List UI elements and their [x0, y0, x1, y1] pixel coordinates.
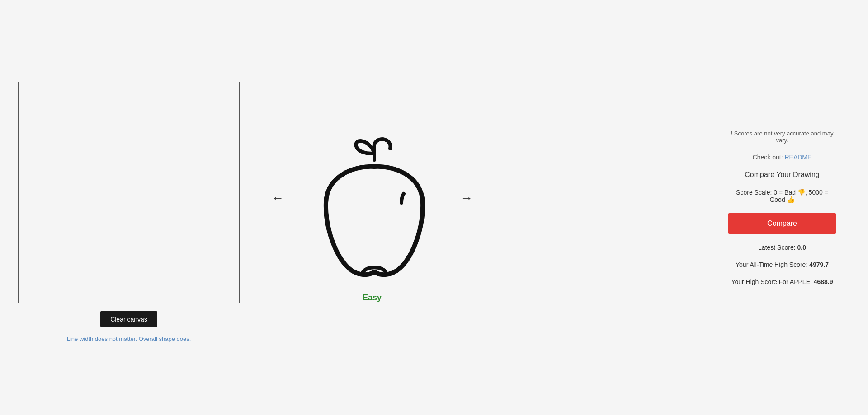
- latest-score-label: Latest Score:: [758, 244, 797, 251]
- alltime-score-value: 4979.7: [809, 261, 829, 268]
- alltime-score: Your All-Time High Score: 4979.7: [728, 261, 836, 268]
- readme-link[interactable]: README: [784, 154, 811, 161]
- score-scale-text: Score Scale: 0 = Bad 👎, 5000 = Good 👍: [728, 189, 836, 203]
- hint-text: Line width does not matter. Overall shap…: [67, 336, 191, 342]
- category-score-value: 4688.9: [814, 278, 833, 285]
- category-score: Your High Score For APPLE: 4688.9: [728, 278, 836, 285]
- right-panel: ! Scores are not very accurate and may v…: [714, 112, 850, 303]
- next-arrow-button[interactable]: →: [456, 187, 477, 210]
- apple-image: [302, 112, 442, 284]
- center-panel: ← → Easy: [267, 112, 477, 303]
- hint-text-part2: Overall shape does.: [139, 336, 191, 342]
- category-score-label: Your High Score For APPLE:: [731, 278, 813, 285]
- check-out-text: Check out:: [753, 154, 785, 161]
- latest-score: Latest Score: 0.0: [728, 244, 836, 251]
- latest-score-value: 0.0: [797, 244, 806, 251]
- drawing-canvas[interactable]: [18, 82, 240, 303]
- clear-canvas-button[interactable]: Clear canvas: [100, 311, 157, 327]
- accuracy-note: ! Scores are not very accurate and may v…: [728, 130, 836, 144]
- difficulty-label: Easy: [363, 293, 382, 303]
- compare-section-title: Compare Your Drawing: [728, 171, 836, 179]
- compare-button[interactable]: Compare: [728, 213, 836, 234]
- alltime-score-label: Your All-Time High Score:: [736, 261, 809, 268]
- hint-text-part1: Line width does not matter.: [67, 336, 137, 342]
- arrow-navigation: ← →: [267, 112, 477, 284]
- left-panel: Clear canvas Line width does not matter.…: [18, 82, 240, 342]
- readme-link-container: Check out: README: [728, 154, 836, 161]
- prev-arrow-button[interactable]: ←: [267, 187, 288, 210]
- main-area: Clear canvas Line width does not matter.…: [0, 0, 868, 415]
